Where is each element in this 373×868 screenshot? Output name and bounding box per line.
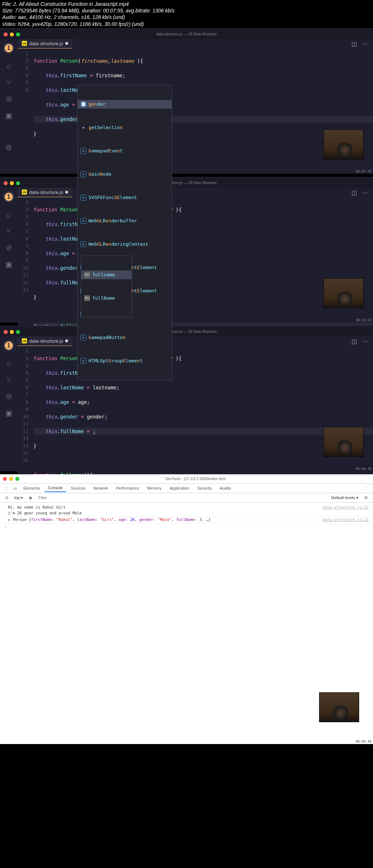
search-icon[interactable]: ⌕	[7, 210, 11, 219]
tab-network[interactable]: Network	[90, 484, 112, 492]
console-settings-gear-icon[interactable]: ⚙	[362, 494, 370, 502]
video-timestamp: 00:04:46	[356, 467, 372, 471]
window-controls[interactable]	[4, 330, 20, 334]
tab-console[interactable]: Console	[44, 484, 66, 492]
console-prompt[interactable]: ›	[1, 523, 372, 531]
autocomplete-item[interactable]: ◉GainNode	[78, 170, 172, 179]
search-icon[interactable]: ⌕	[7, 62, 11, 70]
devtools-title: DevTools - 127.0.0.1:5500/index.html	[21, 477, 370, 481]
search-icon[interactable]: ⌕	[7, 359, 11, 367]
source-control-icon[interactable]: ⑂	[7, 78, 11, 86]
code-editor[interactable]: function Person(firstname,lastname ){ th…	[34, 48, 373, 172]
tab-application[interactable]: Application	[166, 484, 193, 492]
source-control-icon[interactable]: ⑂	[7, 375, 11, 384]
title-bar: data-structure.js — JS Data Structure	[0, 178, 373, 188]
autocomplete-item[interactable]: abcfullName	[81, 294, 131, 303]
tab-memory[interactable]: Memory	[144, 484, 165, 492]
file-tab[interactable]: JS data-structure.js	[17, 336, 72, 346]
close-icon[interactable]	[3, 477, 7, 481]
autocomplete-item[interactable]: ◉WebGLRenderingContext	[78, 240, 172, 249]
suggestion-text-icon: abc	[84, 272, 90, 278]
tab-filename: data-structure.js	[29, 41, 63, 46]
file-tab[interactable]: JS data-structure.js	[17, 39, 72, 48]
more-actions-icon[interactable]: ⋯	[362, 40, 368, 47]
meta-video: Video: h264, yuv420p, 1280x720, 1166 kb/…	[2, 21, 371, 27]
file-tab[interactable]: JS data-structure.js	[17, 188, 72, 197]
debug-icon[interactable]: ⊘	[6, 392, 12, 401]
window-controls[interactable]	[4, 181, 20, 185]
window-controls[interactable]	[3, 477, 19, 481]
autocomplete-item[interactable]: ◉GamepadButton	[78, 333, 172, 342]
device-toggle-icon[interactable]: ▭	[11, 484, 19, 492]
editor-panel-1: data-structure.js — JS Data Structure JS…	[0, 28, 373, 174]
split-editor-icon[interactable]: ◫	[352, 338, 357, 345]
expand-arrow-icon[interactable]: ▸	[8, 517, 13, 522]
webcam-overlay	[323, 129, 364, 159]
minimize-icon[interactable]	[10, 181, 14, 185]
autocomplete-popup[interactable]: abcfullname abcfullName	[81, 256, 132, 318]
suggestion-class-icon: ◉	[81, 171, 86, 177]
suggestion-class-icon: ◉	[81, 241, 86, 247]
window-controls[interactable]	[4, 32, 20, 36]
maximize-icon[interactable]	[16, 330, 20, 334]
close-icon[interactable]	[4, 32, 8, 36]
more-actions-icon[interactable]: ⋯	[362, 338, 368, 345]
minimize-icon[interactable]	[9, 477, 13, 481]
explorer-badge[interactable]: 1	[3, 191, 14, 202]
tab-security[interactable]: Security	[193, 484, 215, 492]
extensions-icon[interactable]: ▣	[5, 111, 12, 120]
dirty-indicator-icon	[65, 42, 68, 45]
suggestion-class-icon: ◉	[81, 218, 86, 224]
video-timestamp: 00:01:42	[356, 170, 372, 173]
maximize-icon[interactable]	[15, 477, 19, 481]
clear-console-icon[interactable]: ⊘	[3, 494, 11, 502]
dirty-indicator-icon	[65, 339, 68, 342]
tab-performance[interactable]: Performance	[113, 484, 143, 492]
title-bar: data-structure.js — JS Data Structure	[0, 327, 373, 336]
console-output[interactable]: Hi, my name is Rahul Giri i'm 26 gear yo…	[0, 503, 373, 532]
debug-icon[interactable]: ⊘	[6, 243, 12, 252]
maximize-icon[interactable]	[16, 32, 20, 36]
autocomplete-item[interactable]: ◆getSelection	[78, 123, 172, 132]
dirty-indicator-icon	[65, 191, 68, 194]
autocomplete-popup[interactable]: 📄gender ◆getSelection ◉GamepadEvent ◉Gai…	[77, 85, 172, 380]
console-log-entry: ▸ Person {firstName: "Rahul", lastName: …	[1, 517, 372, 523]
context-selector[interactable]: top ▾	[14, 495, 23, 500]
maximize-icon[interactable]	[16, 181, 20, 185]
devtools-menu-icon[interactable]: ⋮	[362, 484, 371, 492]
extensions-icon[interactable]: ▣	[5, 260, 12, 269]
devtools-tabs: ⬚ ▭ Elements Console Sources Network Per…	[0, 484, 373, 493]
debug-icon[interactable]: ⊘	[6, 94, 12, 103]
close-icon[interactable]	[4, 330, 8, 334]
settings-gear-icon[interactable]: ⚙	[5, 143, 12, 152]
split-editor-icon[interactable]: ◫	[352, 189, 357, 196]
autocomplete-item[interactable]: ◉WebGLRenderbuffer	[78, 217, 172, 225]
minimize-icon[interactable]	[10, 330, 14, 334]
suggestion-doc-icon: 📄	[81, 101, 86, 107]
source-control-icon[interactable]: ⑂	[7, 227, 11, 235]
log-source-link[interactable]: data-structure.js:21	[323, 505, 369, 516]
log-levels-dropdown[interactable]: Default levels ▾	[331, 495, 358, 500]
more-actions-icon[interactable]: ⋯	[362, 189, 368, 196]
close-icon[interactable]	[4, 181, 8, 185]
autocomplete-item[interactable]: 📄gender	[78, 100, 172, 109]
minimize-icon[interactable]	[10, 32, 14, 36]
explorer-badge[interactable]: 1	[3, 340, 14, 351]
webcam-overlay	[323, 427, 364, 457]
autocomplete-item[interactable]: abcfullname	[81, 270, 131, 279]
tab-elements[interactable]: Elements	[20, 484, 44, 492]
autocomplete-item[interactable]: ◉HTMLOptGroupElement	[78, 357, 172, 365]
autocomplete-item[interactable]: ◉SVGFEFuncGElement	[78, 193, 172, 202]
tab-sources[interactable]: Sources	[67, 484, 89, 492]
eye-icon[interactable]: ◉	[27, 494, 35, 502]
autocomplete-item[interactable]: ◉GamepadEvent	[78, 147, 172, 155]
filter-input[interactable]	[38, 495, 327, 500]
tab-audits[interactable]: Audits	[216, 484, 235, 492]
split-editor-icon[interactable]: ◫	[352, 40, 357, 47]
suggestion-class-icon: ◉	[81, 148, 86, 154]
log-source-link[interactable]: data-structure.js:22	[323, 517, 369, 523]
explorer-badge[interactable]: 1	[3, 43, 14, 54]
inspect-element-icon[interactable]: ⬚	[2, 484, 10, 492]
suggestion-class-icon: ◉	[81, 358, 86, 364]
extensions-icon[interactable]: ▣	[5, 409, 12, 417]
